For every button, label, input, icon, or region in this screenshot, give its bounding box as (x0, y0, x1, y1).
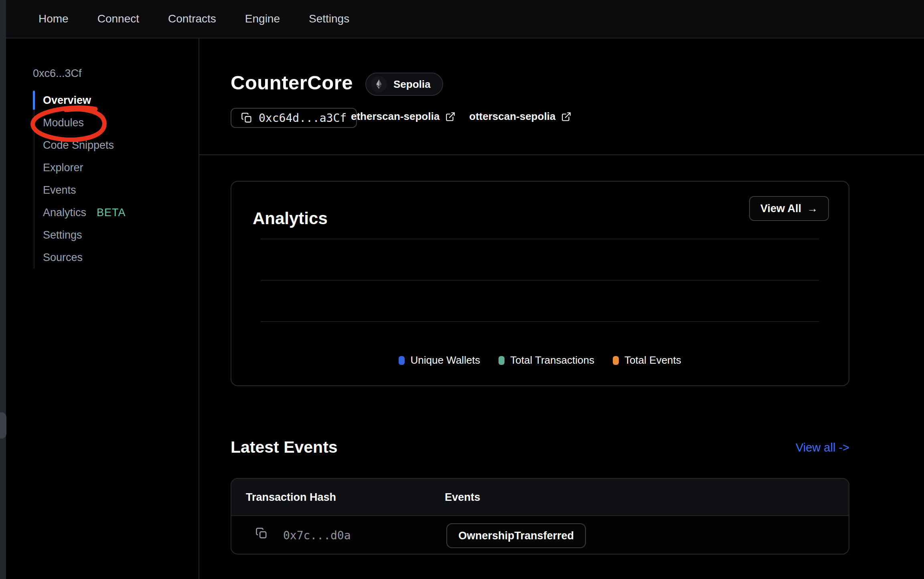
active-item-indicator (33, 91, 35, 110)
sidebar-item-label: Settings (43, 229, 82, 241)
view-all-label: View All (760, 202, 801, 215)
copy-icon (241, 112, 252, 123)
legend-marker (613, 356, 619, 365)
chart-gridline (261, 321, 819, 322)
network-badge[interactable]: Sepolia (365, 73, 443, 96)
network-badge-label: Sepolia (393, 78, 430, 91)
transaction-hash-short: 0x7c...d0a (283, 529, 351, 542)
legend-marker (498, 356, 505, 365)
nav-item-settings[interactable]: Settings (309, 12, 349, 25)
legend-label: Unique Wallets (410, 354, 480, 366)
latest-events-title: Latest Events (231, 438, 338, 457)
copy-icon[interactable] (255, 527, 267, 539)
sidebar-item-explorer[interactable]: Explorer (43, 156, 83, 179)
sidebar-item-label: Events (43, 184, 76, 196)
window-edge-strip (0, 0, 6, 579)
events-view-all-link[interactable]: View all -> (781, 441, 849, 454)
legend-item-total-transactions: Total Transactions (498, 354, 594, 366)
page-title: CounterCore (231, 71, 353, 94)
external-link-icon (445, 111, 456, 122)
ethereum-icon (371, 76, 387, 92)
external-link-icon (561, 111, 571, 122)
legend-label: Total Transactions (510, 354, 594, 366)
legend-item-unique-wallets: Unique Wallets (399, 354, 480, 366)
analytics-view-all-button[interactable]: View All → (749, 196, 829, 221)
chart-gridline (261, 239, 819, 239)
nav-item-home[interactable]: Home (38, 12, 69, 25)
sidebar-item-settings[interactable]: Settings (43, 224, 82, 246)
beta-badge: BETA (97, 206, 126, 219)
chart-gridline (261, 280, 819, 281)
legend-marker (399, 356, 405, 365)
link-label: otterscan-sepolia (469, 110, 555, 123)
sidebar-item-label: Overview (43, 94, 91, 107)
analytics-title: Analytics (253, 209, 328, 228)
top-nav: Home Connect Contracts Engine Settings (6, 0, 924, 38)
sidebar-item-overview[interactable]: Overview (43, 89, 91, 111)
sidebar-item-code-snippets[interactable]: Code Snippets (43, 134, 114, 156)
table-row[interactable]: 0x7c...d0a OwnershipTransferred (231, 517, 849, 555)
nav-item-connect[interactable]: Connect (97, 12, 139, 25)
sidebar-drag-handle[interactable] (0, 412, 6, 439)
header-divider (199, 154, 924, 155)
legend-item-total-events: Total Events (613, 354, 681, 366)
nav-item-engine[interactable]: Engine (245, 12, 280, 25)
otterscan-sepolia-link[interactable]: otterscan-sepolia (469, 110, 571, 123)
sidebar-contract-address: 0xc6...3Cf (33, 67, 82, 80)
chart-legend: Unique Wallets Total Transactions Total … (231, 354, 849, 366)
nav-item-contracts[interactable]: Contracts (168, 12, 216, 25)
sidebar-divider (199, 38, 199, 579)
sidebar-item-label: Modules (43, 117, 84, 129)
sidebar-item-label: Sources (43, 251, 83, 264)
column-header-events: Events (445, 479, 480, 516)
sidebar-item-label: Code Snippets (43, 139, 114, 152)
sidebar-item-label: Analytics (43, 206, 86, 219)
event-name-badge[interactable]: OwnershipTransferred (446, 523, 586, 548)
arrow-right-icon: → (807, 202, 818, 215)
sidebar-item-events[interactable]: Events (43, 179, 76, 201)
etherscan-sepolia-link[interactable]: etherscan-sepolia (351, 110, 456, 123)
copy-address-button[interactable]: 0xc64d...a3Cf (231, 108, 357, 128)
link-label: etherscan-sepolia (351, 110, 440, 123)
contract-address-short: 0xc64d...a3Cf (259, 111, 346, 125)
sidebar-item-modules[interactable]: Modules (43, 111, 84, 134)
column-header-transaction-hash: Transaction Hash (246, 479, 336, 516)
sidebar-item-sources[interactable]: Sources (43, 246, 83, 269)
sidebar-item-analytics[interactable]: Analytics BETA (43, 201, 126, 224)
sidebar-item-label: Explorer (43, 162, 83, 174)
sidebar-track-line (34, 110, 34, 269)
latest-events-table: Transaction Hash Events 0x7c...d0a Owner… (231, 478, 849, 555)
table-header: Transaction Hash Events (231, 479, 849, 516)
analytics-card: Analytics View All → Unique Wallets Tota… (231, 181, 849, 386)
legend-label: Total Events (624, 354, 681, 366)
